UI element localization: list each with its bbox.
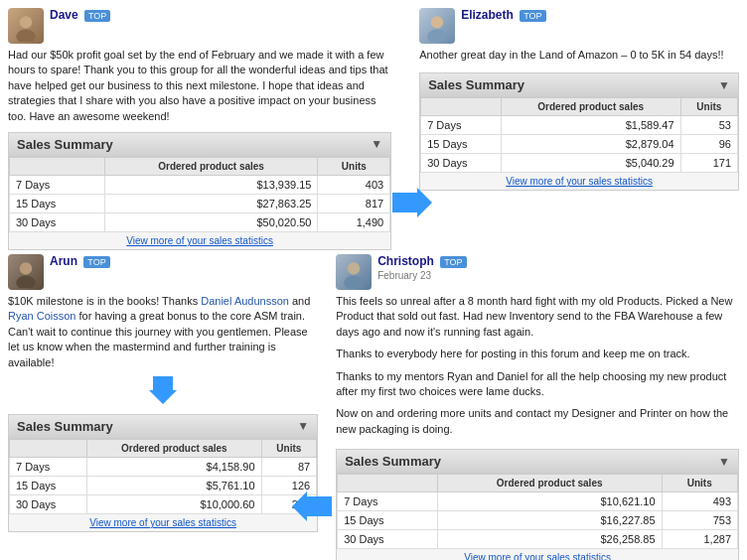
dave-row1-period: 7 Days xyxy=(10,175,105,194)
svg-point-6 xyxy=(16,276,36,288)
arun-row2-period: 15 Days xyxy=(10,476,87,494)
dave-dropdown-arrow[interactable]: ▼ xyxy=(371,137,382,151)
svg-marker-7 xyxy=(149,376,177,404)
dave-post-header: Dave TOP xyxy=(8,8,391,44)
svg-point-3 xyxy=(431,16,443,28)
christoph-dropdown-arrow[interactable]: ▼ xyxy=(718,455,730,469)
dave-badge: TOP xyxy=(84,10,110,22)
christoph-col-units: Units xyxy=(662,475,737,492)
elizabeth-row2-units: 96 xyxy=(680,135,737,154)
arun-col-period xyxy=(10,439,87,457)
elizabeth-view-more-link[interactable]: View more of your sales statistics xyxy=(420,173,738,190)
arun-col-sales: Ordered product sales xyxy=(87,439,261,457)
elizabeth-row1-units: 53 xyxy=(680,116,737,135)
elizabeth-row1-period: 7 Days xyxy=(421,116,502,135)
christoph-row2-sales: $16,227.85 xyxy=(437,511,662,530)
table-row: 30 Days $50,020.50 1,490 xyxy=(10,212,390,231)
dave-sales-title: Sales Summary xyxy=(17,137,113,152)
dave-name: Dave xyxy=(50,8,78,22)
table-row: 7 Days $10,621.10 493 xyxy=(338,492,738,511)
dave-view-more-link[interactable]: View more of your sales statistics xyxy=(9,232,390,249)
dave-arrow-right xyxy=(392,188,432,217)
arun-avatar xyxy=(8,254,44,290)
svg-point-1 xyxy=(16,30,36,42)
dave-name-area: Dave TOP xyxy=(50,8,110,22)
dave-col-sales: Ordered product sales xyxy=(104,157,318,175)
table-row: 30 Days $10,000.60 227 xyxy=(10,494,317,513)
arun-view-more-link[interactable]: View more of your sales statistics xyxy=(9,514,317,531)
table-row: 15 Days $5,761.10 126 xyxy=(10,476,317,494)
dave-row3-sales: $50,020.50 xyxy=(104,212,318,231)
elizabeth-col-period xyxy=(421,98,502,116)
christoph-col-period xyxy=(338,475,438,492)
christoph-post-text1: This feels so unreal after a 8 month har… xyxy=(336,294,739,340)
elizabeth-dropdown-arrow[interactable]: ▼ xyxy=(718,78,730,92)
christoph-row2-period: 15 Days xyxy=(338,511,438,530)
elizabeth-avatar xyxy=(419,8,455,44)
arun-post: Arun TOP $10K milestone is in the books!… xyxy=(8,254,318,560)
page: Dave TOP Had our $50k profit goal set by… xyxy=(0,0,747,560)
christoph-row1-sales: $10,621.10 xyxy=(437,492,662,511)
arun-dropdown-arrow[interactable]: ▼ xyxy=(297,419,309,433)
arun-row1-period: 7 Days xyxy=(10,457,87,476)
ryan-link[interactable]: Ryan Coisson xyxy=(8,310,75,322)
arun-arrow-down xyxy=(149,376,177,404)
arun-name: Arun xyxy=(50,254,77,268)
table-row: 7 Days $13,939.15 403 xyxy=(10,175,390,194)
christoph-badge: TOP xyxy=(440,256,466,268)
dave-row2-period: 15 Days xyxy=(10,194,105,212)
arun-row3-period: 30 Days xyxy=(10,494,87,513)
svg-marker-10 xyxy=(292,491,332,521)
elizabeth-sales-title: Sales Summary xyxy=(428,77,524,92)
christoph-arrow-left xyxy=(292,491,332,521)
christoph-sales-title: Sales Summary xyxy=(345,454,441,469)
christoph-post-text3: Thanks to my mentors Ryan and Daniel for… xyxy=(336,369,739,400)
dave-sales-summary: Sales Summary ▼ Ordered product sales Un… xyxy=(8,132,391,250)
dave-row2-sales: $27,863.25 xyxy=(104,194,318,212)
dave-row2-units: 817 xyxy=(318,194,390,212)
elizabeth-col-units: Units xyxy=(680,98,737,116)
arun-row3-sales: $10,000.60 xyxy=(87,494,261,513)
elizabeth-post-text: Another great day in the Land of Amazon … xyxy=(419,48,739,63)
dave-col-period xyxy=(10,157,105,175)
christoph-post-header: Christoph TOP February 23 xyxy=(336,254,739,290)
arun-sales-table: Ordered product sales Units 7 Days $4,15… xyxy=(9,439,317,514)
dave-sales-table: Ordered product sales Units 7 Days $13,9… xyxy=(9,157,390,232)
christoph-view-more-link[interactable]: View more of your sales statistics xyxy=(337,549,738,560)
elizabeth-row1-sales: $1,589.47 xyxy=(501,116,680,135)
elizabeth-row3-sales: $5,040.29 xyxy=(501,154,680,173)
arun-row1-units: 87 xyxy=(261,457,317,476)
christoph-col-sales: Ordered product sales xyxy=(437,475,662,492)
elizabeth-sales-header: Sales Summary ▼ xyxy=(420,73,738,97)
dave-post: Dave TOP Had our $50k profit goal set by… xyxy=(8,8,391,250)
svg-point-9 xyxy=(344,276,364,288)
arun-badge: TOP xyxy=(83,256,109,268)
christoph-sales-header: Sales Summary ▼ xyxy=(337,450,738,474)
elizabeth-name-area: Elizabeth TOP xyxy=(461,8,545,22)
christoph-sales-summary: Sales Summary ▼ Ordered product sales Un… xyxy=(336,449,739,560)
christoph-post: Christoph TOP February 23 This feels so … xyxy=(326,254,739,560)
christoph-sales-table: Ordered product sales Units 7 Days $10,6… xyxy=(337,474,738,549)
table-row: 15 Days $27,863.25 817 xyxy=(10,194,390,212)
bottom-row: Arun TOP $10K milestone is in the books!… xyxy=(0,250,747,560)
dave-sales-header: Sales Summary ▼ xyxy=(9,133,390,157)
svg-point-8 xyxy=(348,262,360,274)
christoph-row3-period: 30 Days xyxy=(338,530,438,549)
table-row: 15 Days $16,227.85 753 xyxy=(338,511,738,530)
daniel-link[interactable]: Daniel Audunsson xyxy=(201,295,289,307)
christoph-date: February 23 xyxy=(377,270,431,281)
christoph-row2-units: 753 xyxy=(662,511,737,530)
arun-row2-sales: $5,761.10 xyxy=(87,476,261,494)
arun-sales-header: Sales Summary ▼ xyxy=(9,415,317,439)
svg-point-4 xyxy=(427,30,447,42)
elizabeth-row2-sales: $2,879.04 xyxy=(501,135,680,154)
christoph-post-text2: Thanks to everybody here for posting in … xyxy=(336,347,739,361)
table-row: 15 Days $2,879.04 96 xyxy=(421,135,738,154)
table-row: 7 Days $1,589.47 53 xyxy=(421,116,738,135)
arun-col-units: Units xyxy=(261,439,317,457)
arun-arrow-down-container xyxy=(8,374,318,406)
svg-point-0 xyxy=(20,16,32,28)
dave-row1-units: 403 xyxy=(318,175,390,194)
top-row: Dave TOP Had our $50k profit goal set by… xyxy=(0,0,747,250)
christoph-row1-period: 7 Days xyxy=(338,492,438,511)
